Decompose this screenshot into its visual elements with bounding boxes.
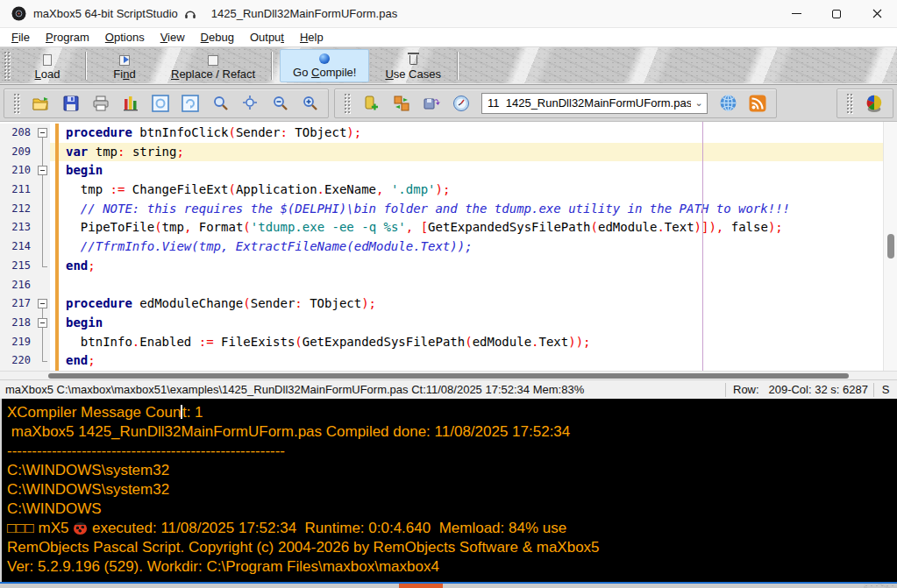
file-selector-combo[interactable]: 11 1425_RunDll32MainFormUForm.pas ⌄ <box>481 93 708 114</box>
fold-box[interactable] <box>38 128 47 138</box>
toolbar-grip[interactable] <box>846 93 854 114</box>
toolbar-grip[interactable] <box>4 51 11 81</box>
console-line: □□□ mX5 executed: 11/08/2025 17:52:34 Ru… <box>7 519 897 538</box>
line-number[interactable]: 217 <box>0 294 35 314</box>
fold-marker[interactable] <box>35 314 50 333</box>
line-number[interactable]: 216 <box>0 276 35 295</box>
print-icon[interactable] <box>91 94 110 113</box>
text-caret <box>181 405 182 419</box>
editor-hscroll-thumb[interactable] <box>48 373 849 379</box>
code-line-text[interactable]: // NOTE: this requires the $(DELPHI)\bin… <box>50 200 883 219</box>
code-line-text[interactable]: end; <box>50 257 883 276</box>
redo-window-icon[interactable] <box>181 94 200 113</box>
fold-marker[interactable] <box>35 294 50 314</box>
menu-options[interactable]: Options <box>97 29 153 46</box>
find-button[interactable]: Find <box>90 47 159 84</box>
code-line-text[interactable]: procedure btnInfoClick(Sender: TObject); <box>50 124 883 143</box>
save-icon[interactable] <box>61 94 81 113</box>
menu-output[interactable]: Output <box>242 29 292 46</box>
replace-refact-button[interactable]: Replace / Refact <box>159 47 267 84</box>
file-icon-group <box>4 89 329 118</box>
code-line-text[interactable] <box>50 276 883 295</box>
status-bar: maXbox5 C:\maxbox\maxbox51\examples\1425… <box>0 379 897 399</box>
fold-marker <box>35 200 50 219</box>
toolbar-grip[interactable] <box>344 93 352 114</box>
status-mode: S <box>874 383 897 396</box>
editor-hscrollbar[interactable] <box>0 371 897 379</box>
theme-icon-group <box>836 89 893 118</box>
editor-vscrollbar[interactable] <box>883 122 897 371</box>
line-number[interactable]: 215 <box>0 257 35 276</box>
fold-marker <box>35 143 50 162</box>
minimize-icon <box>792 13 801 14</box>
menu-view[interactable]: View <box>153 29 193 46</box>
go-compile-button[interactable]: Go Compile! <box>280 49 369 82</box>
toolbar-grip[interactable] <box>13 93 21 114</box>
menu-file[interactable]: File <box>4 29 38 46</box>
fold-marker[interactable] <box>35 161 50 181</box>
line-number[interactable]: 214 <box>0 237 35 257</box>
zoom-in-icon[interactable] <box>300 94 319 113</box>
fold-box[interactable] <box>38 318 47 328</box>
editor-vscroll-thumb[interactable] <box>887 234 894 259</box>
resize-grip[interactable] <box>864 584 897 588</box>
app-logo-icon <box>11 6 26 21</box>
code-line-text[interactable]: begin <box>50 161 883 181</box>
color-ball-icon[interactable] <box>865 94 884 113</box>
line-number[interactable]: 219 <box>0 333 35 352</box>
code-line-text[interactable]: PipeToFile(tmp, Format('tdump.exe -ee -q… <box>50 218 883 237</box>
code-line-text[interactable]: //TfrmInfo.View(tmp, ExtractFileName(edM… <box>50 237 883 257</box>
line-number[interactable]: 211 <box>0 181 35 200</box>
main-toolbar: LoadFindReplace / RefactGo Compile!Use C… <box>0 47 897 85</box>
fold-marker[interactable] <box>35 351 50 371</box>
sync-units-icon[interactable] <box>392 94 411 113</box>
chart-icon[interactable] <box>121 94 140 113</box>
web-globe-icon[interactable] <box>718 94 737 113</box>
code-line: 212 // NOTE: this requires the $(DELPHI)… <box>0 200 883 219</box>
icon-toolbar: 11 1425_RunDll32MainFormUForm.pas ⌄ <box>0 85 897 122</box>
title-bar: maXbox5 64-bit ScriptStudio 1425_RunDll3… <box>0 0 897 28</box>
load-button[interactable]: Load <box>13 47 82 84</box>
line-number[interactable]: 220 <box>0 351 35 371</box>
use-cases-button[interactable]: Use Cases <box>373 47 453 84</box>
line-number[interactable]: 209 <box>0 143 35 162</box>
code-lines: 208procedure btnInfoClick(Sender: TObjec… <box>0 124 883 371</box>
fold-box[interactable] <box>38 166 47 175</box>
line-number[interactable]: 212 <box>0 200 35 219</box>
maximize-button[interactable] <box>816 0 857 27</box>
code-line-text[interactable]: var tmp: string; <box>50 143 883 162</box>
history-clock-icon[interactable] <box>452 94 471 113</box>
console-hscroll-thumb[interactable] <box>399 584 443 588</box>
line-number[interactable]: 208 <box>0 124 35 143</box>
close-button[interactable] <box>857 0 897 27</box>
add-unit-icon[interactable] <box>362 94 381 113</box>
code-line-text[interactable]: procedure edModuleChange(Sender: TObject… <box>50 294 883 314</box>
zoom-fit-icon[interactable] <box>240 94 260 113</box>
search-icon[interactable] <box>210 94 230 113</box>
line-number[interactable]: 213 <box>0 218 35 237</box>
headphones-icon <box>184 8 196 19</box>
code-editor[interactable]: 208procedure btnInfoClick(Sender: TObjec… <box>0 122 897 371</box>
line-number[interactable]: 210 <box>0 161 35 181</box>
menu-help[interactable]: Help <box>292 29 331 46</box>
code-line-text[interactable]: end; <box>50 351 883 371</box>
fold-box[interactable] <box>38 299 47 308</box>
line-number[interactable]: 218 <box>0 314 35 333</box>
code-line-text[interactable]: btnInfo.Enabled := FileExists(GetExpande… <box>50 333 883 352</box>
code-line-text[interactable]: tmp := ChangeFileExt(Application.ExeName… <box>50 181 883 200</box>
rss-feed-icon[interactable] <box>748 94 767 113</box>
save-run-icon[interactable] <box>422 94 441 113</box>
code-line: 216 <box>0 276 883 295</box>
minimize-button[interactable] <box>776 0 816 27</box>
menu-debug[interactable]: Debug <box>193 29 242 46</box>
file-selector-value: 11 1425_RunDll32MainFormUForm.pas <box>488 96 691 110</box>
fold-marker[interactable] <box>35 257 50 276</box>
zoom-out-icon[interactable] <box>270 94 289 113</box>
reset-window-icon[interactable] <box>151 94 170 113</box>
open-file-icon[interactable] <box>32 94 51 113</box>
output-console[interactable]: XCompiler Message Count: 1 maXbox5 1425_… <box>0 399 897 582</box>
code-line-text[interactable]: begin <box>50 314 883 333</box>
fold-marker[interactable] <box>35 124 50 143</box>
right-margin-line <box>702 122 703 371</box>
menu-program[interactable]: Program <box>38 29 97 46</box>
